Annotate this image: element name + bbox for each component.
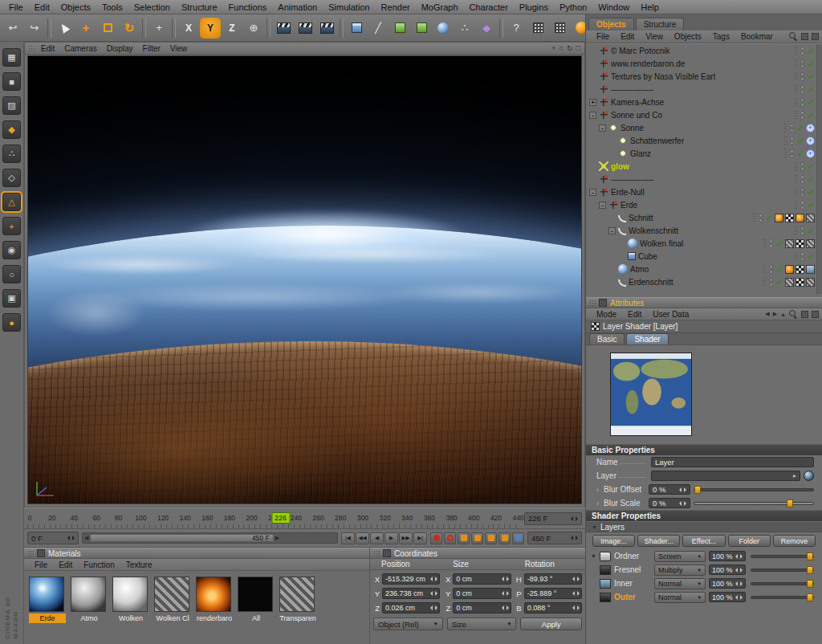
objects-menu-view[interactable]: View <box>640 32 669 41</box>
layer-strength-input[interactable]: 100 % <box>709 565 746 575</box>
blend-mode-dropdown[interactable]: Normal▼ <box>654 592 706 603</box>
spinner-icon[interactable] <box>502 590 509 597</box>
texture-tag-hatch-icon[interactable] <box>806 239 815 248</box>
texture-tag-hatch-icon[interactable] <box>806 214 815 222</box>
render-picture-viewer-icon[interactable] <box>295 18 315 39</box>
snap-grid-icon[interactable] <box>527 18 548 39</box>
range-start-spinner-icon[interactable] <box>67 535 75 542</box>
folder-button[interactable]: Folder <box>728 535 771 547</box>
rotation-h-input[interactable]: -89.93 ° <box>524 573 582 585</box>
panel-grip-icon[interactable] <box>589 300 596 307</box>
editor-visibility-dot[interactable] <box>800 47 804 51</box>
enabled-check-icon[interactable]: ✓ <box>775 278 783 287</box>
layer-name[interactable]: Outer <box>614 593 651 601</box>
editor-visibility-dot[interactable] <box>800 175 804 179</box>
position-x-input[interactable]: -515.329 cm <box>382 573 440 585</box>
render-visibility-dot[interactable] <box>769 244 773 248</box>
spinner-icon[interactable] <box>430 605 437 612</box>
tab-basic[interactable]: Basic <box>589 333 625 344</box>
material-all[interactable]: All <box>238 577 275 623</box>
layer-dots[interactable] <box>763 264 767 274</box>
goto-start-button[interactable]: |◀ <box>341 532 355 544</box>
editor-visibility-dot[interactable] <box>790 124 794 128</box>
enabled-check-icon[interactable]: ✓ <box>765 214 773 222</box>
convert-object-icon[interactable]: ▦ <box>2 48 21 67</box>
layer-dots[interactable] <box>794 59 798 68</box>
layer-thumbnail[interactable] <box>600 552 611 561</box>
render-visibility-dot[interactable] <box>769 283 773 287</box>
menu-animation[interactable]: Animation <box>272 2 323 12</box>
menu-plugins[interactable]: Plugins <box>514 2 554 12</box>
menu-simulation[interactable]: Simulation <box>323 2 375 12</box>
menu-objects[interactable]: Objects <box>55 2 96 12</box>
render-visibility-dot[interactable] <box>800 257 804 261</box>
spinner-icon[interactable] <box>735 552 743 560</box>
attributes-menu-edit[interactable]: Edit <box>622 310 647 319</box>
slider-handle[interactable] <box>807 552 813 560</box>
material-thumbnail[interactable] <box>279 577 315 612</box>
blur-scale-slider[interactable] <box>694 502 814 505</box>
current-frame-marker[interactable]: 226 <box>271 512 290 524</box>
slider-handle[interactable] <box>807 593 813 601</box>
zoom-view-icon[interactable]: ○ <box>560 44 564 52</box>
render-visibility-dot[interactable] <box>800 77 804 81</box>
texture-mode-icon[interactable]: ▨ <box>2 96 21 115</box>
layer-expander-icon[interactable]: ▼ <box>591 553 596 559</box>
chevron-right-icon[interactable]: ▸ <box>793 472 796 479</box>
workplane-icon[interactable]: ◆ <box>2 120 21 139</box>
layer-thumbnail[interactable] <box>600 579 611 589</box>
viewport-menu-edit[interactable]: Edit <box>36 44 59 53</box>
menu-window[interactable]: Window <box>592 2 635 12</box>
target-tag-icon[interactable]: + <box>806 137 815 145</box>
model-mode-icon[interactable]: ■ <box>2 72 21 91</box>
size-y-input[interactable]: 0 cm <box>453 588 511 599</box>
render-visibility-dot[interactable] <box>790 128 794 132</box>
objects-menu-objects[interactable]: Objects <box>669 32 707 41</box>
texture-tag-checker-icon[interactable] <box>785 214 794 222</box>
layer-strength-input[interactable]: 100 % <box>709 551 746 561</box>
pan-view-icon[interactable]: + <box>551 44 555 52</box>
add-modeling-icon[interactable] <box>411 18 432 39</box>
material-thumbnail[interactable] <box>154 577 189 612</box>
panel-grip-icon[interactable] <box>27 550 34 557</box>
menu-mograph[interactable]: MoGraph <box>416 2 464 12</box>
enabled-check-icon[interactable]: ✓ <box>807 98 815 107</box>
shader-layer-outer[interactable]: OuterNormal▼100 % <box>586 590 822 604</box>
render-visibility-dot[interactable] <box>800 180 804 184</box>
editor-visibility-dot[interactable] <box>800 226 804 230</box>
panel-menu-icon[interactable] <box>812 33 819 40</box>
add-deformer-icon[interactable]: ◆ <box>476 18 497 39</box>
range-right-arrow-icon[interactable]: ▶ <box>274 535 281 541</box>
render-visibility-dot[interactable] <box>759 218 763 222</box>
tab-structure[interactable]: Structure <box>636 18 685 31</box>
texture-tag-orange-icon[interactable] <box>796 214 804 222</box>
menu-structure[interactable]: Structure <box>176 2 223 12</box>
menu-help[interactable]: Help <box>635 2 665 12</box>
range-start-field[interactable]: 0 F <box>27 532 79 544</box>
current-frame-field[interactable]: 226 F <box>524 512 582 525</box>
record-rotation-button[interactable] <box>485 532 497 544</box>
materials-menu-function[interactable]: Function <box>78 560 120 569</box>
tree-item-kamera-achse[interactable]: +Kamera-Achse✓ <box>586 96 822 108</box>
layer-thumbnail[interactable] <box>600 565 611 575</box>
layer-dots[interactable] <box>794 187 798 197</box>
range-left-arrow-icon[interactable]: ◀ <box>83 535 90 541</box>
materials-menu-file[interactable]: File <box>29 560 53 569</box>
render-visibility-dot[interactable] <box>800 64 804 68</box>
size-z-input[interactable]: 0 cm <box>453 602 511 613</box>
points-mode-icon[interactable]: ∴ <box>2 145 21 163</box>
scale-tool-icon[interactable] <box>97 18 118 39</box>
last-tool-icon[interactable]: + <box>149 18 169 39</box>
next-arrow-icon[interactable]: ▶ <box>773 311 777 317</box>
enable-snap-icon[interactable]: ◉ <box>2 241 21 259</box>
tree-item-www-renderbaron-de[interactable]: www.renderbaron.de✓ <box>586 57 822 70</box>
enabled-check-icon[interactable]: ✓ <box>807 72 815 81</box>
viewport-menu-view[interactable]: View <box>165 44 193 53</box>
tree-item-textures-by-nasa-visible-eart[interactable]: Textures by Nasa Visible Eart✓ <box>586 70 822 83</box>
tree-item-sonne[interactable]: -Sonne✓+ <box>586 121 822 134</box>
attributes-header[interactable]: Attributes <box>586 297 822 308</box>
objects-menu-edit[interactable]: Edit <box>615 32 640 41</box>
shader-layer-fresnel[interactable]: FresnelMultiply▼100 % <box>586 563 822 577</box>
menu-selection[interactable]: Selection <box>128 2 176 12</box>
layer-dots[interactable] <box>794 226 798 235</box>
